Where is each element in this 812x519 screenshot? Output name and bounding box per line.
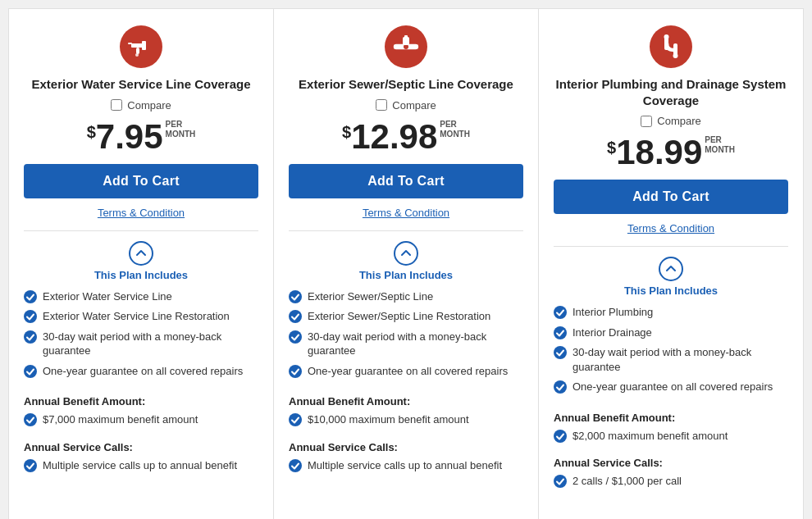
svg-rect-3 xyxy=(136,48,139,54)
add-to-cart-button[interactable]: Add To Cart xyxy=(554,180,788,214)
compare-checkbox[interactable] xyxy=(111,99,122,111)
check-icon xyxy=(24,413,37,426)
terms-link[interactable]: Terms & Condition xyxy=(98,207,185,219)
svg-point-31 xyxy=(554,346,567,359)
svg-point-32 xyxy=(554,380,567,394)
chevron-svg xyxy=(135,248,147,259)
svg-point-21 xyxy=(289,365,302,378)
feature-text: Interior Drainage xyxy=(573,326,652,340)
feature-text: Exterior Water Service Line xyxy=(43,289,172,304)
annual-service-title: Annual Service Calls: xyxy=(289,441,523,453)
plan-includes-row: This Plan Includes xyxy=(94,241,188,281)
svg-point-18 xyxy=(289,290,302,303)
chevron-up-icon[interactable] xyxy=(659,257,683,281)
feature-item: Exterior Water Service Line Restoration xyxy=(24,309,258,324)
compare-row: Compare xyxy=(111,99,171,112)
benefit-item: $7,000 maximum benefit amount xyxy=(24,412,258,427)
plan-includes-row: This Plan Includes xyxy=(624,257,718,297)
service-text: 2 calls / $1,000 per call xyxy=(573,474,682,489)
feature-text: One-year guarantee on all covered repair… xyxy=(573,380,773,394)
compare-row: Compare xyxy=(376,99,436,112)
check-icon xyxy=(289,365,302,378)
feature-text: One-year guarantee on all covered repair… xyxy=(308,364,508,379)
price-per: PER MONTH xyxy=(705,135,735,158)
svg-point-5 xyxy=(135,53,139,57)
card-title: Interior Plumbing and Drainage System Co… xyxy=(554,76,788,108)
price-per-line2: MONTH xyxy=(705,145,735,155)
feature-item: 30-day wait period with a money-back gua… xyxy=(289,330,523,358)
plan-includes-row: This Plan Includes xyxy=(359,241,453,281)
feature-text: 30-day wait period with a money-back gua… xyxy=(43,330,258,358)
svg-rect-2 xyxy=(142,41,146,50)
divider xyxy=(289,230,523,231)
service-item: 2 calls / $1,000 per call xyxy=(554,474,788,489)
sewer-pipe-icon xyxy=(385,25,427,68)
service-list: Multiple service calls up to annual bene… xyxy=(24,458,258,477)
svg-point-30 xyxy=(554,326,567,339)
feature-text: Interior Plumbing xyxy=(573,305,653,320)
svg-point-34 xyxy=(554,475,567,488)
benefit-list: $2,000 maximum benefit amount xyxy=(554,429,788,448)
feature-text: Exterior Sewer/Septic Line xyxy=(308,289,433,304)
terms-link[interactable]: Terms & Condition xyxy=(627,222,714,234)
annual-benefit-title: Annual Benefit Amount: xyxy=(289,395,523,407)
benefit-item: $10,000 maximum benefit amount xyxy=(289,412,523,427)
price-per-line2: MONTH xyxy=(440,130,470,139)
card-icon-wrapper xyxy=(385,25,427,68)
price-per-line1: PER xyxy=(705,135,735,145)
benefit-list: $7,000 maximum benefit amount xyxy=(24,412,258,431)
features-list: Interior Plumbing Interior Drainage 30-d… xyxy=(554,305,788,400)
price-amount: 7.95 xyxy=(96,120,163,154)
chevron-up-icon[interactable] xyxy=(394,241,418,266)
svg-rect-4 xyxy=(128,43,132,44)
chevron-up-icon[interactable] xyxy=(129,241,153,266)
check-icon xyxy=(24,310,37,323)
feature-item: One-year guarantee on all covered repair… xyxy=(554,380,788,394)
service-item: Multiple service calls up to annual bene… xyxy=(24,458,258,473)
check-icon xyxy=(554,475,567,488)
card-icon-wrapper xyxy=(650,25,692,68)
feature-item: Exterior Water Service Line xyxy=(24,289,258,304)
features-list: Exterior Sewer/Septic Line Exterior Sewe… xyxy=(289,289,523,385)
annual-service-title: Annual Service Calls: xyxy=(554,457,788,469)
check-icon xyxy=(289,330,302,344)
benefit-text: $10,000 maximum benefit amount xyxy=(308,412,469,427)
price-per-line1: PER xyxy=(166,120,196,130)
chevron-svg xyxy=(665,263,677,275)
service-text: Multiple service calls up to annual bene… xyxy=(308,458,502,473)
feature-item: One-year guarantee on all covered repair… xyxy=(289,364,523,379)
compare-checkbox[interactable] xyxy=(641,116,652,127)
add-to-cart-button[interactable]: Add To Cart xyxy=(289,164,523,198)
svg-point-33 xyxy=(554,430,567,443)
price-per: PER MONTH xyxy=(166,120,196,143)
compare-label: Compare xyxy=(657,115,700,127)
annual-service-title: Annual Service Calls: xyxy=(24,441,258,453)
price-row: $ 18.99 PER MONTH xyxy=(607,135,735,170)
price-dollar: $ xyxy=(607,139,616,157)
price-dollar: $ xyxy=(342,123,351,142)
terms-link[interactable]: Terms & Condition xyxy=(363,207,449,219)
svg-rect-17 xyxy=(404,35,408,39)
price-per: PER MONTH xyxy=(440,120,470,143)
service-item: Multiple service calls up to annual bene… xyxy=(289,458,523,473)
price-per-line2: MONTH xyxy=(166,130,196,139)
features-list: Exterior Water Service Line Exterior Wat… xyxy=(24,289,258,385)
svg-point-6 xyxy=(24,290,37,303)
feature-text: Exterior Sewer/Septic Line Restoration xyxy=(308,309,490,324)
feature-item: Exterior Sewer/Septic Line Restoration xyxy=(289,309,523,324)
add-to-cart-button[interactable]: Add To Cart xyxy=(24,164,258,198)
svg-point-24 xyxy=(650,25,692,68)
svg-point-22 xyxy=(289,413,302,426)
plan-includes-label: This Plan Includes xyxy=(359,269,453,281)
check-icon xyxy=(554,346,567,359)
svg-point-28 xyxy=(673,53,678,58)
check-icon xyxy=(289,413,302,426)
divider xyxy=(24,230,258,231)
svg-point-20 xyxy=(289,330,302,344)
svg-point-19 xyxy=(289,310,302,323)
card-title: Exterior Water Service Line Coverage xyxy=(31,76,250,93)
feature-item: Interior Plumbing xyxy=(554,305,788,320)
benefit-text: $2,000 maximum benefit amount xyxy=(573,429,728,444)
compare-checkbox[interactable] xyxy=(376,99,387,111)
check-icon xyxy=(24,459,37,472)
